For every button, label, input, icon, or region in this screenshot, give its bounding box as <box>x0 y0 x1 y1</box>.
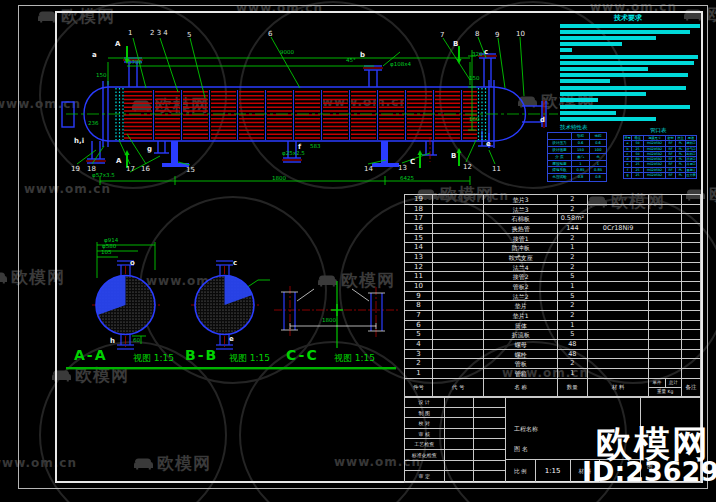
nozzle-table-row: g25 HG20592RF PL压力表 <box>624 173 696 178</box>
part-weight <box>649 263 682 272</box>
nozzle-letter: b <box>360 52 365 59</box>
part-code <box>433 282 485 291</box>
part-qty: 48 <box>558 350 588 359</box>
part-weight <box>649 311 682 320</box>
spec-table-row: 水压试验0.80.8 <box>548 174 606 181</box>
part-material <box>588 282 650 291</box>
part-name: 螺栓 <box>484 350 558 359</box>
part-note <box>682 350 700 359</box>
parts-list-row: 11 接管2 5 <box>405 272 700 282</box>
part-number: 8 <box>405 301 433 310</box>
part-note <box>682 311 700 320</box>
signature-label: 审 核 <box>405 429 445 439</box>
spec-table-row: 焊缝系数0.850.85 <box>548 167 606 174</box>
parts-list-table: 19 垫片3 2 18 法兰3 2 <box>404 194 701 398</box>
item-number: 8 <box>475 31 479 38</box>
part-weight <box>649 282 682 291</box>
item-number: 5 <box>187 32 191 39</box>
part-name: 垫片 <box>484 301 558 310</box>
nozzle-letter: h <box>110 338 115 345</box>
signature-label: 标准化检查 <box>405 450 445 460</box>
drawing-name-label: 图 名 <box>514 445 528 454</box>
nozzle-letter: e <box>486 141 491 148</box>
header-weight-unit: 重量 Kg <box>649 388 681 396</box>
spec-table-row: 腐蚀裕度11 <box>548 161 606 168</box>
note-line <box>560 30 690 34</box>
part-material <box>588 321 650 330</box>
part-note <box>682 195 700 204</box>
dimension-text: 150 <box>96 73 107 79</box>
signature-label: 工艺检查 <box>405 439 445 449</box>
header-no: 件号 <box>405 379 433 396</box>
parts-list-row: 13 鞍式支座 2 <box>405 253 700 263</box>
part-number: 18 <box>405 205 433 214</box>
part-number: 1 <box>405 369 433 378</box>
note-line <box>560 92 646 96</box>
part-material <box>588 195 650 204</box>
part-material <box>588 205 650 214</box>
part-weight <box>649 321 682 330</box>
signature-label: 审 定 <box>405 471 445 482</box>
signature-row: 审 核 <box>405 429 505 440</box>
part-note <box>682 340 700 349</box>
signature-row: 制 图 <box>405 408 505 419</box>
part-material <box>588 330 650 339</box>
part-qty: 5 <box>558 330 588 339</box>
signature-label: 设 计 <box>405 397 445 407</box>
note-line <box>560 24 700 28</box>
signature-row: 校 对 <box>405 418 505 429</box>
nozzle-table: 符号通径 连接尺寸密封 法兰用途 a50 HG20592RF PL进料口 b25… <box>623 135 697 179</box>
note-line <box>560 48 572 52</box>
nozzle-letter: e <box>229 336 234 343</box>
part-code <box>433 369 485 378</box>
part-weight <box>649 243 682 252</box>
part-code <box>433 195 485 204</box>
part-code <box>433 263 485 272</box>
parts-list-row: 8 垫片 2 <box>405 301 700 311</box>
spec-table-row: 管程壳程 <box>548 133 606 140</box>
item-number: 15 <box>186 167 195 174</box>
spec-table: 管程壳程 设计压力0.60.6 设计温度150100 介 质蒸汽水 腐蚀裕度11… <box>547 132 607 182</box>
header-material: 材 料 <box>588 379 650 396</box>
part-qty: 5 <box>558 292 588 301</box>
note-line <box>560 98 598 102</box>
part-qty: 2 <box>558 301 588 310</box>
note-line <box>560 67 648 71</box>
part-note <box>682 301 700 310</box>
part-weight <box>649 301 682 310</box>
tech-requirements-title: 技术要求 <box>614 13 642 23</box>
part-qty: 1 <box>558 282 588 291</box>
part-material <box>588 350 650 359</box>
part-code <box>433 311 485 320</box>
part-number: 19 <box>405 195 433 204</box>
signature-label: 校 对 <box>405 418 445 428</box>
item-number: 11 <box>492 166 501 173</box>
parts-list-header: 件号 代 号 名 称 数量 材 料 单件 总计 重量 Kg 备注 <box>405 379 700 397</box>
parts-list-row: 5 折流板 5 <box>405 330 700 340</box>
part-weight <box>649 224 682 233</box>
signature-row: 设 计 <box>405 397 505 408</box>
parts-list-row: 12 法兰4 2 <box>405 263 700 273</box>
part-code <box>433 243 485 252</box>
part-number: 5 <box>405 330 433 339</box>
part-weight <box>649 330 682 339</box>
nozzle-letter: a <box>92 52 97 59</box>
part-material <box>588 272 650 281</box>
part-note <box>682 243 700 252</box>
section-b-title: B-B <box>185 347 218 363</box>
item-number: 17 <box>126 166 135 173</box>
dimension-text: φ25x2.5 <box>282 151 305 157</box>
part-name: 防冲板 <box>484 243 558 252</box>
part-number: 7 <box>405 311 433 320</box>
scale-label: 比 例 <box>506 460 536 482</box>
part-qty: 2 <box>558 253 588 262</box>
part-weight <box>649 369 682 378</box>
item-number: 9 <box>495 32 499 39</box>
item-number: 13 <box>398 165 407 172</box>
part-name: 石棉板 <box>484 214 558 223</box>
part-name: 管箱 <box>484 369 558 378</box>
spec-table-row: 介 质蒸汽水 <box>548 154 606 161</box>
part-material <box>588 340 650 349</box>
item-number: 7 <box>440 32 444 39</box>
signature-row: 审 定 <box>405 471 505 482</box>
